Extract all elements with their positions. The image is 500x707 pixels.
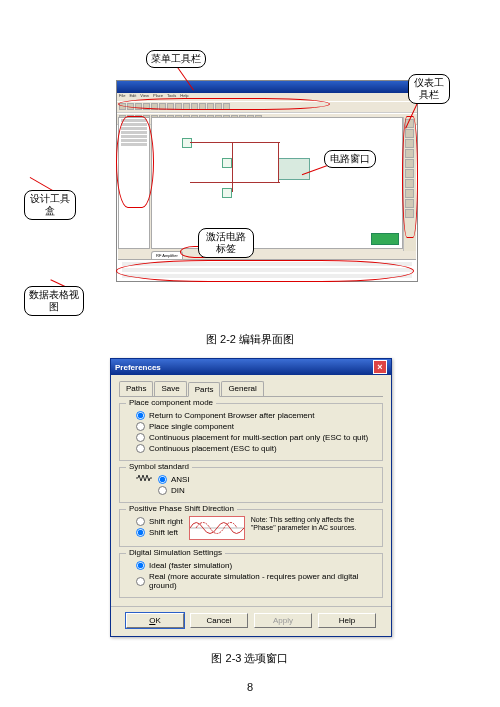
ok-button[interactable]: OK — [126, 613, 184, 628]
tab-paths[interactable]: Paths — [119, 381, 153, 396]
active-circuit-tab[interactable]: RF Amplifier — [151, 251, 183, 259]
tab-general[interactable]: General — [221, 381, 263, 396]
radio-din[interactable] — [158, 486, 167, 495]
figure-2-2-caption: 图 2-2 编辑界面图 — [0, 332, 500, 347]
design-toolbox-panel[interactable] — [118, 117, 150, 249]
group-place-mode: Place component mode Return to Component… — [119, 403, 383, 461]
opt-continuous[interactable]: Continuous placement (ESC to quit) — [128, 443, 374, 454]
close-icon[interactable]: × — [373, 360, 387, 374]
group-legend: Symbol standard — [126, 462, 192, 471]
radio-shift-left[interactable] — [136, 528, 145, 537]
opt-shift-right[interactable]: Shift right — [136, 516, 183, 527]
group-legend: Place component mode — [126, 398, 216, 407]
figure-2-2: 菜单工具栏 仪表工具栏 设计工具盒 电路窗口 激活电路标签 数据表格视图 Fil… — [30, 60, 450, 320]
tab-parts[interactable]: Parts — [188, 382, 221, 397]
radio-ansi[interactable] — [158, 475, 167, 484]
dialog-title: Preferences — [115, 363, 161, 372]
radio-ideal[interactable] — [136, 561, 145, 570]
group-phase-shift: Positive Phase Shift Direction Shift rig… — [119, 509, 383, 547]
radio-real[interactable] — [136, 577, 145, 586]
app-titlebar — [117, 81, 417, 93]
opt-shift-left[interactable]: Shift left — [136, 527, 183, 538]
figure-2-3: Preferences × Paths Save Parts General P… — [110, 358, 390, 666]
eda-app-window: FileEditViewPlaceToolsHelp — [116, 80, 418, 282]
opt-place-single[interactable]: Place single component — [128, 421, 374, 432]
radio-shift-right[interactable] — [136, 517, 145, 526]
opt-return-browser[interactable]: Return to Component Browser after placem… — [128, 410, 374, 421]
opt-ideal[interactable]: Ideal (faster simulation) — [128, 560, 374, 571]
resistor-icon — [136, 474, 152, 484]
dialog-buttons: OK Cancel Apply Help — [111, 606, 391, 636]
help-button[interactable]: Help — [318, 613, 376, 628]
callout-instrument-bar: 仪表工具栏 — [408, 74, 450, 104]
opt-din[interactable]: DIN — [158, 485, 190, 496]
radio-multi-section[interactable] — [136, 433, 145, 442]
dialog-tabs: Paths Save Parts General — [119, 381, 383, 397]
callout-menu-bar: 菜单工具栏 — [146, 50, 206, 68]
preferences-dialog: Preferences × Paths Save Parts General P… — [110, 358, 392, 637]
apply-button[interactable]: Apply — [254, 613, 312, 628]
tab-save[interactable]: Save — [154, 381, 186, 396]
radio-continuous[interactable] — [136, 444, 145, 453]
app-menubar[interactable]: FileEditViewPlaceToolsHelp — [117, 93, 417, 101]
vendor-logo — [371, 233, 399, 245]
callout-design-toolbox: 设计工具盒 — [24, 190, 76, 220]
sine-preview-icon — [189, 516, 245, 540]
group-legend: Positive Phase Shift Direction — [126, 504, 237, 513]
figure-2-3-caption: 图 2-3 选项窗口 — [110, 651, 390, 666]
opt-multi-section[interactable]: Continuous placement for multi-section p… — [128, 432, 374, 443]
radio-place-single[interactable] — [136, 422, 145, 431]
group-digital-sim: Digital Simulation Settings Ideal (faste… — [119, 553, 383, 598]
circuit-tabs[interactable]: RF Amplifier — [151, 249, 403, 259]
group-symbol-standard: Symbol standard ANSI DIN — [119, 467, 383, 503]
instrument-toolbar[interactable] — [403, 117, 416, 251]
opt-real[interactable]: Real (more accurate simulation - require… — [128, 571, 374, 591]
cancel-button[interactable]: Cancel — [190, 613, 248, 628]
spreadsheet-view-panel[interactable] — [118, 259, 416, 280]
callout-circuit-window: 电路窗口 — [324, 150, 376, 168]
opt-ansi[interactable]: ANSI — [158, 474, 190, 485]
app-toolbar-1[interactable] — [117, 101, 417, 113]
phase-note: Note: This setting only affects the "Pha… — [251, 516, 361, 531]
group-legend: Digital Simulation Settings — [126, 548, 225, 557]
callout-active-tab: 激活电路标签 — [198, 228, 254, 258]
circuit-canvas[interactable] — [151, 117, 403, 249]
radio-return-browser[interactable] — [136, 411, 145, 420]
page-number: 8 — [0, 681, 500, 693]
callout-spreadsheet-view: 数据表格视图 — [24, 286, 84, 316]
dialog-titlebar: Preferences × — [111, 359, 391, 375]
